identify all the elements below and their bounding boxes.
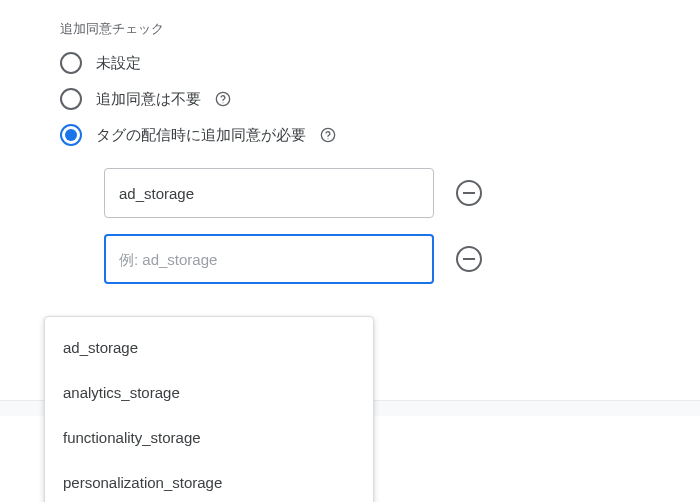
radio-option-not-required[interactable]: 追加同意は不要 [60,88,660,110]
remove-button[interactable] [456,246,482,272]
minus-icon [463,192,475,194]
consent-type-input[interactable] [104,168,434,218]
radio-circle-unset-icon[interactable] [60,52,82,74]
consent-input-row [104,168,660,218]
dropdown-item[interactable]: ad_storage [45,325,373,370]
dropdown-item[interactable]: functionality_storage [45,415,373,460]
radio-group: 未設定 追加同意は不要 タグの配信時に追加同意が必要 [60,52,660,146]
consent-input-row [104,234,660,284]
svg-point-3 [327,138,328,139]
help-icon[interactable] [320,127,336,143]
help-icon[interactable] [215,91,231,107]
consent-config-panel: 追加同意チェック 未設定 追加同意は不要 タグの配信時に追加同意が必要 [0,0,700,320]
minus-icon [463,258,475,260]
svg-point-0 [216,92,229,105]
svg-point-2 [321,128,334,141]
radio-circle-not-required-icon[interactable] [60,88,82,110]
radio-circle-required-icon[interactable] [60,124,82,146]
consent-inputs-area [104,168,660,284]
dropdown-item[interactable]: analytics_storage [45,370,373,415]
radio-label: 未設定 [96,54,141,73]
section-label: 追加同意チェック [60,20,660,38]
autocomplete-dropdown: ad_storage analytics_storage functionali… [44,316,374,502]
consent-type-input[interactable] [104,234,434,284]
radio-label: タグの配信時に追加同意が必要 [96,126,306,145]
svg-point-1 [222,102,223,103]
radio-option-unset[interactable]: 未設定 [60,52,660,74]
radio-dot-icon [65,129,77,141]
radio-option-required[interactable]: タグの配信時に追加同意が必要 [60,124,660,146]
dropdown-item[interactable]: personalization_storage [45,460,373,502]
remove-button[interactable] [456,180,482,206]
radio-label: 追加同意は不要 [96,90,201,109]
